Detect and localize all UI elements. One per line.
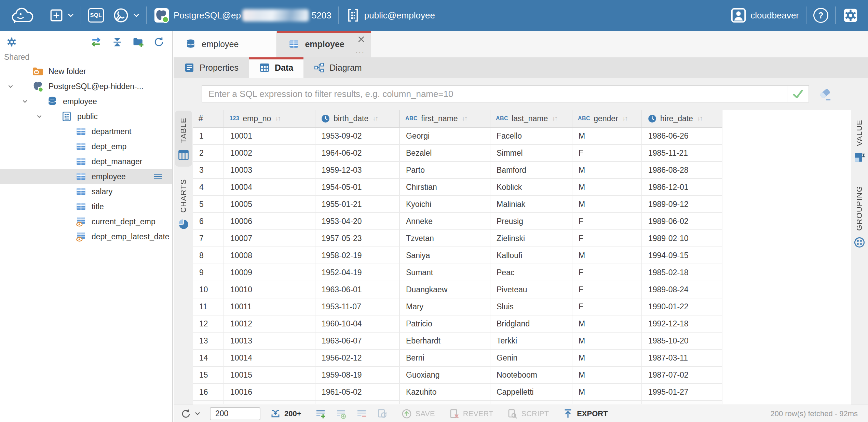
- data-cell-last_name[interactable]: Maliniak: [490, 196, 572, 212]
- tree-item-employee[interactable]: employee: [0, 94, 172, 109]
- tree-item-current-dept-emp[interactable]: current_dept_emp: [0, 214, 172, 229]
- fetch-size-input[interactable]: [210, 407, 260, 420]
- data-cell-gender[interactable]: M: [572, 367, 642, 383]
- column-header-hire_date[interactable]: hire_date↓↑: [642, 110, 722, 127]
- duplicate-row-button[interactable]: [336, 408, 347, 419]
- tab-menu-dots[interactable]: ...: [355, 46, 365, 55]
- data-cell-hire_date[interactable]: 1994-09-15: [642, 247, 722, 264]
- data-cell-emp_no[interactable]: 10009: [224, 264, 315, 281]
- data-cell-last_name[interactable]: Bamford: [490, 162, 572, 178]
- expand-chevron-icon[interactable]: [19, 98, 31, 105]
- clear-filter-button[interactable]: [817, 87, 832, 102]
- data-cell-gender[interactable]: M: [572, 196, 642, 212]
- script-button[interactable]: SCRIPT: [507, 408, 549, 419]
- data-cell-last_name[interactable]: Zielinski: [490, 230, 572, 247]
- data-cell-hire_date[interactable]: 1990-01-22: [642, 298, 722, 315]
- data-cell-gender[interactable]: F: [572, 145, 642, 161]
- sort-arrows-icon[interactable]: ↓↑: [622, 115, 627, 122]
- data-cell-last_name[interactable]: Kalloufi: [490, 247, 572, 264]
- panel-tab-value[interactable]: VALUE: [851, 113, 868, 169]
- data-cell-emp_no[interactable]: 10002: [224, 145, 315, 161]
- data-cell-last_name[interactable]: Cappelletti: [490, 384, 572, 400]
- data-cell-birth_date[interactable]: 1952-04-19: [315, 264, 400, 281]
- connection-selector[interactable]: PostgreSQL@ep 5203: [154, 8, 331, 23]
- data-cell-birth_date[interactable]: 1958-02-19: [315, 247, 400, 264]
- user-menu[interactable]: cloudbeaver: [731, 8, 799, 23]
- schema-selector[interactable]: public@employee: [346, 8, 435, 23]
- data-cell-hire_date[interactable]: 1989-06-02: [642, 213, 722, 229]
- data-cell-emp_no[interactable]: 10005: [224, 196, 315, 212]
- column-header-last_name[interactable]: ABClast_name↓↑: [490, 110, 572, 127]
- new-connection-button[interactable]: [49, 8, 74, 23]
- refresh-results-button[interactable]: [180, 408, 200, 419]
- data-cell-emp_no[interactable]: 10012: [224, 315, 315, 332]
- help-button[interactable]: ?: [813, 8, 828, 23]
- subtab-diagram[interactable]: Diagram: [303, 57, 372, 78]
- data-cell-birth_date[interactable]: 1963-06-07: [315, 333, 400, 349]
- data-cell-last_name[interactable]: Bridgland: [490, 315, 572, 332]
- item-menu-icon[interactable]: [152, 171, 163, 182]
- tab-employee-table[interactable]: employee ...: [277, 31, 371, 57]
- data-cell-first_name[interactable]: Saniya: [400, 247, 490, 264]
- data-cell-last_name[interactable]: Peac: [490, 264, 572, 281]
- data-cell-gender[interactable]: M: [572, 179, 642, 195]
- data-cell-last_name[interactable]: Piveteau: [490, 281, 572, 298]
- expand-chevron-icon[interactable]: [5, 83, 16, 90]
- data-cell-last_name[interactable]: Preusig: [490, 213, 572, 229]
- sidebar-settings-icon[interactable]: [5, 36, 18, 48]
- sort-arrows-icon[interactable]: ↓↑: [372, 115, 378, 122]
- data-cell-first_name[interactable]: Kyoichi: [400, 196, 490, 212]
- subtab-properties[interactable]: Properties: [174, 57, 249, 78]
- data-cell-birth_date[interactable]: 1963-06-01: [315, 281, 400, 298]
- sync-connections-icon[interactable]: [90, 36, 103, 48]
- subtab-data[interactable]: Data: [249, 57, 303, 78]
- data-cell-birth_date[interactable]: 1956-02-12: [315, 350, 400, 366]
- data-cell-last_name[interactable]: Facello: [490, 128, 572, 144]
- data-cell-gender[interactable]: M: [572, 128, 642, 144]
- tree-item-employee[interactable]: employee: [0, 169, 172, 184]
- data-cell-emp_no[interactable]: 10001: [224, 128, 315, 144]
- data-cell-last_name[interactable]: Koblick: [490, 179, 572, 195]
- data-cell-gender[interactable]: F: [572, 264, 642, 281]
- data-cell-birth_date[interactable]: 1954-05-01: [315, 179, 400, 195]
- data-cell-first_name[interactable]: Georgi: [400, 128, 490, 144]
- data-cell-emp_no[interactable]: 10013: [224, 333, 315, 349]
- data-cell-hire_date[interactable]: 1985-10-20: [642, 333, 722, 349]
- sql-filter-input[interactable]: [202, 86, 787, 102]
- data-cell-hire_date[interactable]: 1987-03-11: [642, 350, 722, 366]
- data-cell-first_name[interactable]: Patricio: [400, 315, 490, 332]
- column-header-birth_date[interactable]: birth_date↓↑: [315, 110, 400, 127]
- sort-arrows-icon[interactable]: ↓↑: [275, 115, 280, 122]
- data-cell-gender[interactable]: M: [572, 315, 642, 332]
- data-cell-emp_no[interactable]: 10014: [224, 350, 315, 366]
- data-cell-birth_date[interactable]: 1953-04-20: [315, 213, 400, 229]
- data-cell-birth_date[interactable]: 1959-12-03: [315, 162, 400, 178]
- data-cell-birth_date[interactable]: 1964-06-02: [315, 145, 400, 161]
- tree-item-department[interactable]: department: [0, 124, 172, 139]
- expand-chevron-icon[interactable]: [33, 113, 45, 120]
- add-row-button[interactable]: [315, 408, 326, 419]
- data-cell-last_name[interactable]: Genin: [490, 350, 572, 366]
- data-cell-last_name[interactable]: Nooteboom: [490, 367, 572, 383]
- fetch-more-button[interactable]: 200+: [270, 408, 301, 419]
- tree-item-dept-emp[interactable]: dept_emp: [0, 139, 172, 154]
- delete-row-button[interactable]: [356, 408, 367, 419]
- data-cell-emp_no[interactable]: 10010: [224, 281, 315, 298]
- apply-changes-button[interactable]: [377, 408, 388, 419]
- data-cell-emp_no[interactable]: 10015: [224, 367, 315, 383]
- tree-item-dept-emp-latest-date[interactable]: dept_emp_latest_date: [0, 229, 172, 244]
- apply-filter-button[interactable]: [787, 86, 809, 102]
- export-button[interactable]: EXPORT: [562, 408, 608, 419]
- data-cell-gender[interactable]: F: [572, 230, 642, 247]
- sort-arrows-icon[interactable]: ↓↑: [697, 115, 702, 122]
- data-cell-gender[interactable]: F: [572, 281, 642, 298]
- column-header-first_name[interactable]: ABCfirst_name↓↑: [400, 110, 490, 127]
- tree-item-postgresql-ep-hidden-[interactable]: PostgreSQL@ep-hidden-...: [0, 79, 172, 94]
- data-cell-birth_date[interactable]: 1953-11-07: [315, 298, 400, 315]
- close-tab-icon[interactable]: [357, 35, 366, 44]
- data-cell-last_name[interactable]: Sluis: [490, 298, 572, 315]
- data-cell-emp_no[interactable]: 10007: [224, 230, 315, 247]
- data-cell-gender[interactable]: F: [572, 213, 642, 229]
- data-cell-emp_no[interactable]: 10011: [224, 298, 315, 315]
- data-cell-first_name[interactable]: Duangkaew: [400, 281, 490, 298]
